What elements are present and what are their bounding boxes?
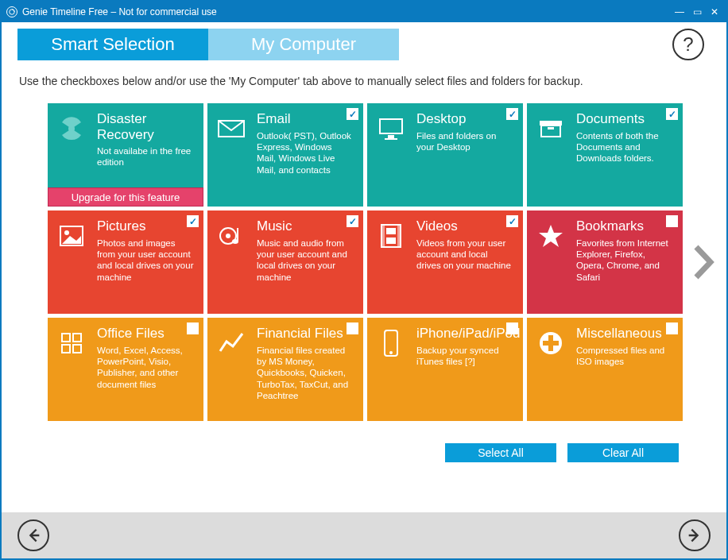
forward-button[interactable]: [679, 519, 711, 551]
star-icon: [533, 218, 568, 253]
picture-icon: [54, 218, 89, 253]
card-bookmarks[interactable]: Bookmarks Favorites from Internet Explor…: [527, 210, 683, 314]
card-music[interactable]: Music Music and audio from your user acc…: [207, 210, 363, 314]
box-icon: [533, 111, 568, 146]
card-desktop[interactable]: Desktop Files and folders on your Deskto…: [367, 103, 523, 207]
svg-rect-19: [62, 334, 70, 342]
tab-smart-selection[interactable]: Smart Selection: [17, 29, 208, 60]
checkbox-documents[interactable]: [666, 108, 678, 120]
upgrade-button[interactable]: Upgrade for this feature: [48, 187, 203, 207]
checkbox-music[interactable]: [347, 215, 358, 227]
card-title: Documents: [576, 111, 673, 127]
checkbox-desktop[interactable]: [506, 108, 518, 120]
select-all-button[interactable]: Select All: [445, 443, 556, 462]
scroll-right-button[interactable]: [687, 242, 718, 282]
svg-point-12: [226, 234, 230, 238]
checkbox-bookmarks[interactable]: [666, 215, 678, 227]
cards-area: Disaster Recovery Not availabe in the fr…: [2, 95, 726, 429]
card-desc: Word, Excel, Access, PowerPoint, Visio, …: [97, 345, 194, 391]
checkbox-iphone[interactable]: [506, 322, 518, 334]
card-title: Miscellaneous: [576, 326, 673, 342]
window-title: Genie Timeline Free – Not for commercial…: [22, 6, 217, 17]
plus-icon: [533, 326, 568, 361]
svg-point-24: [389, 351, 393, 354]
card-miscellaneous[interactable]: Miscellaneous Compressed files and ISO i…: [527, 318, 683, 421]
card-desc: Backup your synced iTunes files [?]: [416, 345, 513, 368]
svg-rect-22: [73, 345, 81, 353]
card-financial-files[interactable]: Financial Files Financial files created …: [207, 318, 363, 421]
title-bar: Genie Timeline Free – Not for commercial…: [2, 2, 726, 22]
office-icon: [54, 326, 89, 361]
card-title: Financial Files: [257, 326, 354, 342]
phone-icon: [374, 326, 409, 361]
card-desc: Photos and images from your user account…: [97, 238, 194, 284]
card-pictures[interactable]: Pictures Photos and images from your use…: [48, 210, 203, 314]
svg-point-13: [232, 239, 238, 244]
maximize-button[interactable]: ▭: [690, 5, 704, 19]
svg-rect-8: [548, 127, 554, 129]
card-office-files[interactable]: Office Files Word, Excel, Access, PowerP…: [48, 318, 203, 421]
card-desc: Financial files created by MS Money, Qui…: [257, 345, 354, 402]
svg-rect-20: [73, 334, 81, 342]
svg-rect-21: [62, 345, 70, 353]
card-documents[interactable]: Documents Contents of both the Documents…: [527, 103, 683, 207]
card-title: iPhone/iPad/iPod: [416, 326, 513, 342]
monitor-icon: [374, 111, 409, 146]
music-icon: [214, 218, 249, 253]
card-desc: Outlook( PST), Outlook Express, Windows …: [257, 130, 354, 176]
card-iphone[interactable]: iPhone/iPad/iPod Backup your synced iTun…: [367, 318, 523, 421]
card-videos[interactable]: Videos Videos from your user account and…: [367, 210, 523, 314]
card-title: Videos: [416, 218, 513, 234]
card-desc: Files and folders on your Desktop: [416, 130, 513, 153]
card-title: Pictures: [97, 218, 194, 234]
card-title: Music: [257, 218, 354, 234]
checkbox-misc[interactable]: [666, 322, 678, 334]
radiation-icon: [54, 111, 89, 146]
app-icon: [6, 6, 17, 17]
tab-bar: Smart Selection My Computer ?: [2, 22, 726, 60]
chart-icon: [214, 326, 249, 361]
film-icon: [374, 218, 409, 253]
card-desc: Favorites from Internet Explorer, Firefo…: [576, 238, 673, 284]
checkbox-office[interactable]: [187, 322, 199, 334]
svg-rect-15: [381, 225, 385, 247]
action-bar: Select All Clear All: [2, 429, 726, 462]
tab-my-computer[interactable]: My Computer: [208, 29, 399, 60]
card-disaster-recovery[interactable]: Disaster Recovery Not availabe in the fr…: [48, 103, 203, 207]
card-title: Bookmarks: [576, 218, 673, 234]
svg-rect-18: [386, 238, 396, 244]
svg-rect-3: [380, 119, 402, 133]
clear-all-button[interactable]: Clear All: [567, 443, 679, 462]
checkbox-pictures[interactable]: [187, 215, 199, 227]
close-button[interactable]: ✕: [707, 5, 722, 19]
footer-nav: [2, 512, 726, 558]
card-title: Office Files: [97, 326, 194, 342]
card-desc: Compressed files and ISO images: [576, 345, 673, 368]
svg-rect-5: [385, 138, 397, 140]
help-button[interactable]: ?: [672, 29, 704, 60]
card-desc: Videos from your user account and local …: [416, 238, 513, 272]
checkbox-videos[interactable]: [506, 215, 518, 227]
card-title: Email: [257, 111, 354, 127]
svg-rect-17: [386, 228, 396, 234]
instruction-text: Use the checkboxes below and/or use the …: [2, 60, 726, 95]
checkbox-financial[interactable]: [347, 322, 358, 334]
card-desc: Not availabe in the free edition: [97, 145, 194, 168]
svg-rect-16: [397, 225, 401, 247]
svg-point-10: [64, 230, 69, 235]
checkbox-email[interactable]: [347, 108, 358, 120]
card-desc: Contents of both the Documents and Downl…: [576, 130, 673, 164]
envelope-icon: [214, 111, 249, 146]
svg-rect-27: [543, 341, 559, 346]
card-grid: Disaster Recovery Not availabe in the fr…: [19, 95, 683, 429]
svg-rect-4: [388, 135, 394, 138]
minimize-button[interactable]: —: [672, 5, 687, 19]
card-desc: Music and audio from your user account a…: [257, 238, 354, 284]
back-button[interactable]: [17, 519, 49, 551]
card-title: Disaster Recovery: [97, 111, 194, 142]
card-title: Desktop: [416, 111, 513, 127]
card-email[interactable]: Email Outlook( PST), Outlook Express, Wi…: [207, 103, 363, 207]
